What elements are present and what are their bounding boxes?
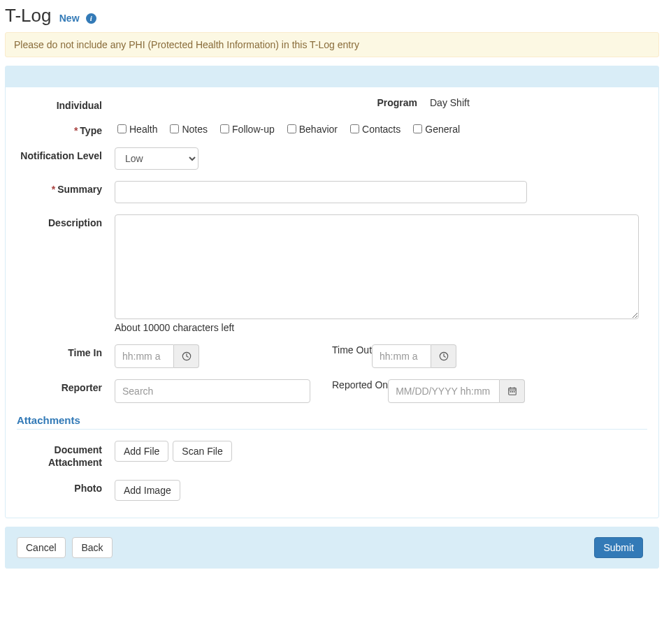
svg-rect-8	[513, 391, 514, 393]
label-time-out: Time Out	[332, 344, 372, 368]
label-individual: Individual	[17, 97, 115, 111]
add-file-button[interactable]: Add File	[115, 441, 168, 462]
label-type: Type	[80, 125, 102, 136]
type-checkbox-general[interactable]	[413, 124, 422, 133]
panel-header	[6, 66, 658, 87]
back-button[interactable]: Back	[72, 537, 112, 558]
label-time-in: Time In	[17, 344, 115, 368]
footer-panel: Cancel Back Submit	[5, 527, 659, 569]
svg-rect-6	[510, 391, 511, 393]
reported-on-calendar-button[interactable]	[500, 379, 525, 403]
time-out-input[interactable]	[372, 344, 431, 368]
add-image-button[interactable]: Add Image	[115, 480, 180, 501]
label-description: Description	[17, 214, 115, 228]
type-option-general[interactable]: General	[410, 122, 460, 136]
type-option-health[interactable]: Health	[115, 122, 157, 136]
submit-button[interactable]: Submit	[594, 537, 643, 558]
time-in-clock-button[interactable]	[174, 344, 199, 368]
warning-text: Please do not include any PHI (Protected…	[14, 39, 359, 50]
type-checkbox-contacts[interactable]	[350, 124, 359, 133]
clock-icon	[439, 351, 449, 361]
warning-bar: Please do not include any PHI (Protected…	[5, 32, 659, 57]
page-title: T-Log New i	[5, 5, 661, 27]
time-out-clock-button[interactable]	[431, 344, 456, 368]
form-panel: Individual Program Day Shift *Type Healt…	[5, 66, 659, 518]
time-in-input[interactable]	[115, 344, 174, 368]
type-checkbox-follow-up[interactable]	[220, 124, 229, 133]
char-left-text: About 10000 characters left	[115, 322, 234, 333]
info-icon[interactable]: i	[86, 13, 96, 24]
label-program: Program	[332, 97, 430, 108]
title-text: T-Log	[5, 5, 52, 26]
clock-icon	[182, 351, 192, 361]
reporter-input[interactable]	[115, 379, 310, 403]
summary-input[interactable]	[115, 181, 527, 203]
type-checkbox-group: HealthNotesFollow-upBehaviorContactsGene…	[115, 122, 647, 136]
label-notification-level: Notification Level	[17, 147, 115, 161]
scan-file-button[interactable]: Scan File	[173, 441, 231, 462]
cancel-button[interactable]: Cancel	[17, 537, 66, 558]
notification-level-select[interactable]: Low	[115, 147, 199, 170]
label-document-attachment: Document Attachment	[17, 441, 115, 469]
type-checkbox-notes[interactable]	[170, 124, 179, 133]
value-program: Day Shift	[430, 97, 470, 108]
type-checkbox-health[interactable]	[117, 124, 127, 133]
type-option-contacts[interactable]: Contacts	[347, 122, 400, 136]
label-reported-on: Reported On	[332, 379, 388, 403]
type-option-behavior[interactable]: Behavior	[284, 122, 338, 136]
label-reporter: Reporter	[17, 379, 115, 403]
calendar-icon	[507, 386, 517, 396]
type-option-follow-up[interactable]: Follow-up	[217, 122, 275, 136]
divider	[17, 429, 647, 430]
description-textarea[interactable]	[115, 214, 639, 319]
title-subtitle: New	[59, 13, 80, 24]
reported-on-input[interactable]	[388, 379, 500, 403]
section-attachments: Attachments	[17, 414, 647, 426]
label-summary: Summary	[57, 184, 102, 195]
label-photo: Photo	[17, 480, 115, 494]
svg-rect-7	[512, 391, 513, 393]
type-checkbox-behavior[interactable]	[287, 124, 296, 133]
type-option-notes[interactable]: Notes	[167, 122, 208, 136]
